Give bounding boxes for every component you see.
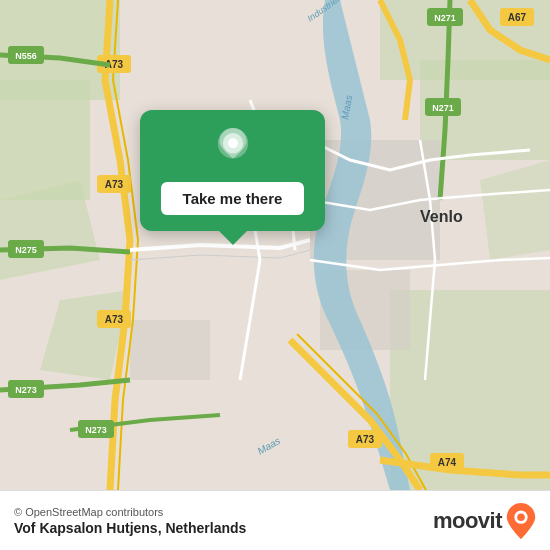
bottom-info: © OpenStreetMap contributors Vof Kapsalo… — [14, 506, 246, 536]
svg-text:A74: A74 — [438, 457, 457, 468]
location-pin-icon — [211, 128, 255, 172]
svg-text:N556: N556 — [15, 51, 37, 61]
svg-point-44 — [517, 513, 525, 521]
svg-text:N273: N273 — [15, 385, 37, 395]
moovit-logo: moovit — [433, 503, 536, 539]
map-container: A73 A73 A73 A73 A74 N556 N275 N273 N273 — [0, 0, 550, 490]
svg-text:N275: N275 — [15, 245, 37, 255]
popup-card: Take me there — [140, 110, 325, 231]
moovit-pin-icon — [506, 503, 536, 539]
svg-text:A73: A73 — [105, 314, 124, 325]
moovit-logo-text: moovit — [433, 508, 502, 534]
svg-text:Venlo: Venlo — [420, 208, 463, 225]
svg-text:A73: A73 — [105, 179, 124, 190]
bottom-bar: © OpenStreetMap contributors Vof Kapsalo… — [0, 490, 550, 550]
svg-text:N273: N273 — [85, 425, 107, 435]
svg-text:N271: N271 — [432, 103, 454, 113]
svg-rect-11 — [130, 320, 210, 380]
svg-text:A67: A67 — [508, 12, 527, 23]
svg-rect-7 — [390, 290, 550, 490]
map-svg: A73 A73 A73 A73 A74 N556 N275 N273 N273 — [0, 0, 550, 490]
map-credit: © OpenStreetMap contributors — [14, 506, 246, 518]
svg-text:N271: N271 — [434, 13, 456, 23]
take-me-there-button[interactable]: Take me there — [161, 182, 305, 215]
svg-text:A73: A73 — [356, 434, 375, 445]
location-title: Vof Kapsalon Hutjens, Netherlands — [14, 520, 246, 536]
